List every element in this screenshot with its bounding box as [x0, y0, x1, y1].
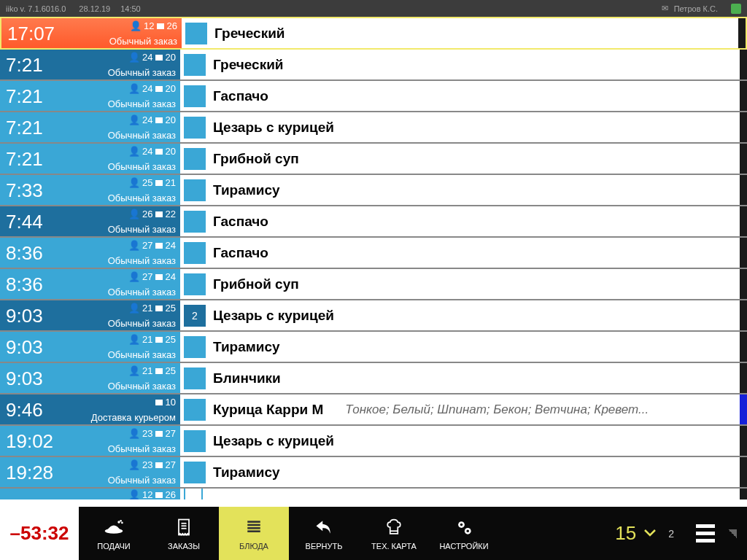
nav-receipt[interactable]: ЗАКАЗЫ — [149, 507, 219, 560]
order-row[interactable]: 7:21 👤24 20 Обычный заказ Греческий — [0, 50, 747, 81]
order-content: Грибной суп — [180, 144, 740, 174]
nav-chef[interactable]: ТЕХ. КАРТА — [359, 507, 429, 560]
nav-gear[interactable]: НАСТРОЙКИ — [429, 507, 499, 560]
nav-undo[interactable]: ВЕРНУТЬ — [289, 507, 359, 560]
order-type: Обычный заказ — [108, 349, 176, 360]
order-content: Греческий — [180, 50, 740, 79]
order-row[interactable]: 19:02 👤23 27 Обычный заказ Цезарь с кури… — [0, 426, 747, 457]
order-content: Блинчики — [180, 363, 740, 393]
order-type: Обычный заказ — [108, 443, 176, 454]
order-type: Обычный заказ — [108, 287, 176, 298]
table-icon — [155, 431, 163, 437]
nav-label: ВЕРНУТЬ — [306, 542, 343, 551]
order-row[interactable]: 7:21 👤24 20 Обычный заказ Цезарь с куриц… — [0, 112, 747, 144]
order-row[interactable]: 7:44 👤26 22 Обычный заказ Гаспачо — [0, 206, 747, 238]
serve-icon — [104, 517, 124, 539]
receipt-icon — [174, 517, 194, 539]
status-bar — [740, 50, 747, 79]
order-left: 17:07 👤12 26 Обычный заказ — [1, 18, 182, 48]
order-content: Гаспачо — [180, 206, 740, 236]
svg-point-16 — [467, 529, 470, 532]
qty-chip — [184, 462, 206, 483]
order-row[interactable]: 9:46 10 Доставка курьером Курица Карри М… — [0, 394, 747, 426]
user-name: Петров К.С. — [674, 4, 718, 13]
order-left: 19:28 👤23 27 Обычный заказ — [0, 457, 180, 487]
qty-chip — [184, 148, 206, 170]
order-meta: 👤24 20 — [128, 52, 176, 63]
timer-display: –53:32 — [0, 507, 79, 560]
order-content: Цезарь с курицей — [180, 426, 740, 456]
order-left: 7:21 👤24 20 Обычный заказ — [0, 50, 180, 79]
order-type: Обычный заказ — [108, 475, 176, 486]
chevron-down-icon[interactable] — [643, 527, 657, 540]
qty-chip — [184, 273, 206, 295]
order-meta: 👤21 25 — [128, 334, 176, 345]
svg-rect-9 — [247, 524, 260, 526]
qty-chip: 2 — [184, 305, 206, 327]
order-meta: 👤27 24 — [128, 240, 176, 251]
status-bar — [740, 394, 747, 424]
nav-serve[interactable]: ПОДАЧИ — [79, 507, 149, 560]
table-icon — [157, 23, 164, 29]
order-row[interactable]: 8:36 👤27 24 Обычный заказ Гаспачо — [0, 238, 747, 269]
dish-name: Тирамису — [213, 464, 280, 481]
order-row[interactable]: 7:33 👤25 21 Обычный заказ Тирамису — [0, 175, 747, 206]
order-row[interactable]: 9:03 👤21 25 Обычный заказ Блинчики — [0, 363, 747, 394]
menu-icon[interactable] — [696, 524, 715, 542]
nav-label: ЗАКАЗЫ — [168, 542, 200, 551]
app-version: iiko v. 7.1.6016.0 — [6, 4, 66, 13]
svg-point-3 — [121, 521, 123, 524]
nav: ПОДАЧИЗАКАЗЫБЛЮДАВЕРНУТЬТЕХ. КАРТАНАСТРО… — [79, 507, 615, 560]
signal-icon — [728, 529, 737, 538]
order-meta: 👤21 25 — [128, 365, 176, 376]
order-meta: 👤26 22 — [128, 209, 176, 219]
qty-chip — [184, 489, 203, 499]
table-icon — [155, 55, 163, 61]
order-left: 7:33 👤25 21 Обычный заказ — [0, 175, 180, 205]
user-area[interactable]: ✉ Петров К.С. — [662, 4, 741, 14]
order-type: Доставка курьером — [91, 412, 176, 423]
nav-label: ПОДАЧИ — [97, 542, 130, 551]
dish-mods: Тонкое; Белый; Шпинат; Бекон; Ветчина; К… — [345, 402, 649, 417]
order-row[interactable]: 7:21 👤24 20 Обычный заказ Грибной суп — [0, 144, 747, 175]
order-meta: 10 — [155, 397, 176, 408]
qty-chip — [184, 368, 206, 389]
nav-list[interactable]: БЛЮДА — [219, 507, 289, 560]
svg-point-1 — [117, 521, 120, 524]
dish-name: Греческий — [214, 26, 285, 42]
order-type: Обычный заказ — [108, 161, 176, 172]
table-icon — [155, 368, 163, 374]
order-row[interactable]: 7:21 👤24 20 Обычный заказ Гаспачо — [0, 81, 747, 112]
table-icon — [155, 337, 163, 343]
list-icon — [244, 517, 264, 539]
order-type: Обычный заказ — [108, 318, 176, 329]
order-meta: 👤23 27 — [128, 459, 176, 470]
order-left: 7:44 👤26 22 Обычный заказ — [0, 206, 180, 236]
order-content: Гаспачо — [180, 238, 740, 268]
table-icon — [155, 274, 163, 280]
status-bar — [740, 300, 747, 330]
dish-name: Цезарь с курицей — [213, 308, 334, 324]
dish-name: Грибной суп — [213, 276, 299, 292]
counter-secondary: 2 — [668, 528, 674, 540]
order-left: 9:46 10 Доставка курьером — [0, 394, 180, 424]
order-row[interactable]: 8:36 👤27 24 Обычный заказ Грибной суп — [0, 269, 747, 300]
status-bar — [740, 206, 747, 236]
order-content: Гаспачо — [180, 81, 740, 111]
order-row[interactable]: 9:03 👤21 25 Обычный заказ Тирамису — [0, 332, 747, 363]
svg-rect-10 — [247, 527, 260, 529]
order-row[interactable]: 19:28 👤23 27 Обычный заказ Тирамису — [0, 457, 747, 489]
status-bar — [740, 81, 747, 111]
svg-rect-4 — [179, 519, 189, 534]
dish-name: Греческий — [213, 57, 284, 73]
status-bar — [740, 426, 747, 456]
order-content: Грибной суп — [180, 269, 740, 299]
order-left: 8:36 👤27 24 Обычный заказ — [0, 269, 180, 299]
order-row[interactable]: 9:03 👤21 25 Обычный заказ 2 Цезарь с кур… — [0, 300, 747, 332]
status-bar — [740, 363, 747, 393]
order-left: 8:36 👤27 24 Обычный заказ — [0, 238, 180, 268]
order-row[interactable]: 17:07 👤12 26 Обычный заказ Греческий — [0, 17, 747, 50]
qty-chip — [185, 23, 207, 44]
order-type: Обычный заказ — [108, 67, 176, 78]
order-type: Обычный заказ — [108, 255, 176, 266]
